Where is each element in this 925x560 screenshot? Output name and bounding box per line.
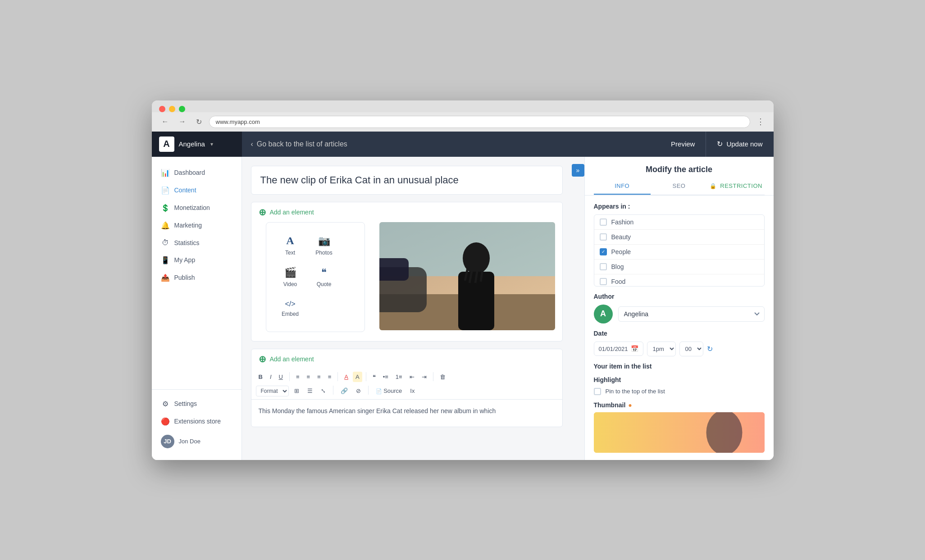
sidebar-item-content[interactable]: 📄 Content bbox=[152, 182, 242, 199]
article-title-input[interactable] bbox=[260, 174, 553, 186]
indent-more-button[interactable]: ⇥ bbox=[419, 372, 429, 382]
element-menu-quote[interactable]: ❝ Quote bbox=[307, 261, 341, 293]
sidebar-item-settings[interactable]: ⚙ Settings bbox=[152, 395, 242, 413]
tab-seo[interactable]: SEO bbox=[651, 178, 707, 195]
toolbar-divider-1 bbox=[289, 372, 290, 381]
sidebar-item-label: Extensions store bbox=[174, 418, 221, 425]
category-fashion[interactable]: Fashion bbox=[594, 215, 764, 230]
checkbox-pin[interactable] bbox=[594, 388, 601, 395]
checkbox-fashion[interactable] bbox=[600, 219, 607, 226]
bullet-list-button[interactable]: •≡ bbox=[380, 372, 391, 382]
maximize-button[interactable] bbox=[179, 106, 185, 112]
bold-button[interactable]: B bbox=[256, 372, 265, 382]
sidebar-item-myapp[interactable]: 📱 My App bbox=[152, 251, 242, 269]
highlight-label: Highlight bbox=[594, 376, 765, 383]
add-icon-1: ⊕ bbox=[259, 207, 266, 218]
refresh-nav-button[interactable]: ↻ bbox=[193, 116, 205, 128]
browser-menu-icon[interactable]: ⋮ bbox=[755, 117, 766, 127]
underline-button[interactable]: U bbox=[276, 372, 286, 382]
minimize-button[interactable] bbox=[169, 106, 175, 112]
date-input[interactable]: 01/01/2021 📅 bbox=[594, 341, 643, 356]
date-refresh-button[interactable]: ↻ bbox=[707, 345, 713, 353]
tab-restriction[interactable]: 🔒 RESTRICTION bbox=[707, 178, 764, 195]
element-menu-embed[interactable]: </> Embed bbox=[273, 293, 307, 324]
sidebar-item-monetization[interactable]: 💲 Monetization bbox=[152, 199, 242, 217]
pin-label: Pin to the top of the list bbox=[606, 388, 665, 395]
minutes-select[interactable]: 00 bbox=[679, 341, 703, 356]
element-menu-text[interactable]: A Text bbox=[273, 230, 307, 261]
ordered-list-button[interactable]: 1≡ bbox=[393, 372, 405, 382]
font-color-button[interactable]: A bbox=[342, 372, 351, 382]
align-left-button[interactable]: ≡ bbox=[293, 372, 302, 382]
category-blog[interactable]: Blog bbox=[594, 260, 764, 274]
extensions-icon: 🔴 bbox=[161, 417, 170, 426]
content-icon: 📄 bbox=[161, 186, 170, 195]
element-menu-photos[interactable]: 📷 Photos bbox=[307, 230, 341, 261]
statistics-icon: ⏱ bbox=[161, 239, 170, 247]
add-element-button-1[interactable]: ⊕ Add an element bbox=[251, 202, 562, 222]
back-nav-button[interactable]: ← bbox=[159, 116, 172, 127]
category-beauty[interactable]: Beauty bbox=[594, 230, 764, 245]
blockquote-button[interactable]: ❝ bbox=[370, 372, 378, 382]
format-select[interactable]: Format bbox=[256, 386, 289, 396]
delete-button[interactable]: 🗑 bbox=[437, 372, 448, 382]
time-select[interactable]: 1pm bbox=[647, 341, 676, 356]
grid-view-button[interactable]: ⊞ bbox=[292, 386, 302, 396]
sidebar-item-label: Statistics bbox=[174, 239, 200, 246]
category-food[interactable]: Food bbox=[594, 274, 764, 287]
indent-less-button[interactable]: ⇤ bbox=[407, 372, 417, 382]
source-icon: 📄 bbox=[376, 388, 382, 394]
align-center-button[interactable]: ≡ bbox=[304, 372, 313, 382]
forward-nav-button[interactable]: → bbox=[176, 116, 189, 127]
category-blog-label: Blog bbox=[611, 263, 624, 270]
back-to-list-button[interactable]: ‹ Go back to the list of articles bbox=[242, 140, 356, 148]
address-bar[interactable] bbox=[209, 116, 750, 128]
category-people[interactable]: ✓ People bbox=[594, 245, 764, 260]
align-right-button[interactable]: ≡ bbox=[314, 372, 324, 382]
list-view-button[interactable]: ☰ bbox=[305, 386, 315, 396]
justify-button[interactable]: ≡ bbox=[325, 372, 334, 382]
element-menu-video[interactable]: 🎬 Video bbox=[273, 261, 307, 293]
text-label: Text bbox=[285, 250, 295, 256]
author-select[interactable]: Angelina bbox=[618, 306, 765, 322]
italic-button[interactable]: I bbox=[267, 372, 274, 382]
collapse-panel-button[interactable]: » bbox=[572, 164, 584, 177]
video-label: Video bbox=[283, 281, 297, 287]
embed-icon: </> bbox=[285, 300, 295, 308]
close-button[interactable] bbox=[159, 106, 165, 112]
panel-body: Appears in : Fashion Beauty ✓ People bbox=[585, 196, 774, 460]
add-element-button-2[interactable]: ⊕ Add an element bbox=[251, 349, 562, 369]
svg-rect-4 bbox=[379, 258, 409, 281]
photos-icon: 📷 bbox=[318, 235, 330, 247]
checkbox-people[interactable]: ✓ bbox=[600, 248, 607, 255]
sidebar-item-extensions[interactable]: 🔴 Extensions store bbox=[152, 413, 242, 430]
your-item-label: Your item in the list bbox=[594, 363, 765, 370]
sidebar-item-statistics[interactable]: ⏱ Statistics bbox=[152, 234, 242, 251]
highlight-button[interactable]: A bbox=[353, 372, 362, 382]
resize-button[interactable]: ⤡ bbox=[318, 386, 328, 396]
element-menu: A Text 📷 Photos 🎬 Video ❝ bbox=[266, 222, 365, 332]
link-button[interactable]: 🔗 bbox=[338, 386, 351, 396]
myapp-icon: 📱 bbox=[161, 256, 170, 264]
sidebar-item-label: Monetization bbox=[174, 204, 210, 211]
clear-format-button[interactable]: Ix bbox=[407, 386, 417, 396]
checkbox-food[interactable] bbox=[600, 278, 607, 285]
user-caret-icon[interactable]: ▾ bbox=[210, 141, 213, 147]
editor-content[interactable]: This Monday the famous American singer E… bbox=[251, 400, 562, 427]
editor-section: ⊕ Add an element B I U ≡ ≡ ≡ ≡ A A ❝ bbox=[251, 349, 563, 427]
date-row: 01/01/2021 📅 1pm 00 ↻ bbox=[594, 341, 765, 356]
sidebar-item-dashboard[interactable]: 📊 Dashboard bbox=[152, 164, 242, 182]
sidebar-item-marketing[interactable]: 🔔 Marketing bbox=[152, 217, 242, 234]
tab-info[interactable]: INFO bbox=[594, 178, 651, 195]
toolbar-divider-2 bbox=[337, 372, 338, 381]
checkbox-beauty[interactable] bbox=[600, 233, 607, 241]
source-button[interactable]: 📄 Source bbox=[373, 386, 405, 396]
update-label: Update now bbox=[726, 140, 762, 148]
preview-button[interactable]: Preview bbox=[660, 140, 706, 148]
sidebar-item-publish[interactable]: 📤 Publish bbox=[152, 269, 242, 287]
checkbox-blog[interactable] bbox=[600, 263, 607, 270]
update-now-button[interactable]: ↻ Update now bbox=[706, 132, 773, 157]
user-name: Jon Doe bbox=[179, 438, 200, 445]
unlink-button[interactable]: ⊘ bbox=[353, 386, 364, 396]
lock-icon: 🔒 bbox=[710, 183, 717, 189]
